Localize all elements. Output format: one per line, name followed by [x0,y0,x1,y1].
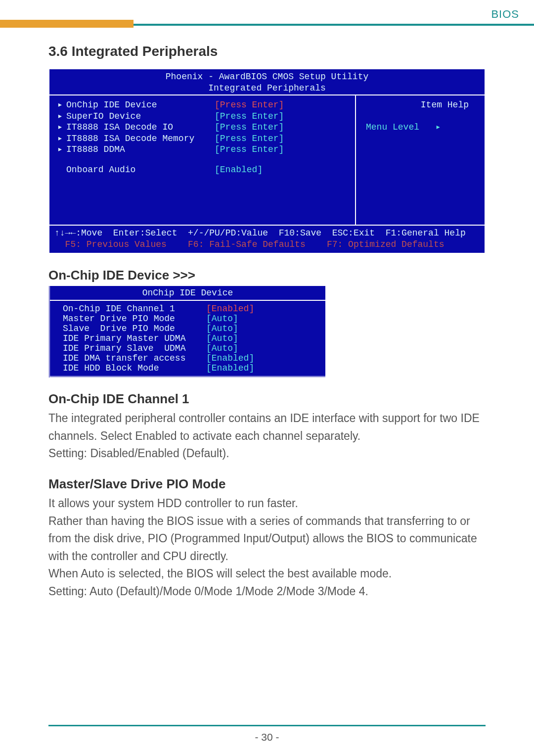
menu-level-row: Menu Level ▸ [362,122,479,133]
bios-footer-l1: ↑↓→←:Move Enter:Select +/-/PU/PD:Value F… [54,228,466,238]
menu-level-label: Menu Level [366,122,419,132]
submenu-arrow-icon: ▸ [57,122,66,133]
bios-menu-item-label: OnChip IDE Device [66,99,215,111]
item-help-label: Item Help [362,99,479,111]
bios-menu-item[interactable]: ▸IT8888 ISA Decode IO[Press Enter] [57,122,349,133]
bios-sub-item-label: IDE HDD Block Mode [63,363,206,373]
bios-sub-item-label: Slave Drive PIO Mode [63,324,206,333]
pio-p2: Rather than having the BIOS issue with a… [48,513,486,566]
bios-sub-item[interactable]: IDE Primary Slave UDMA[Auto] [63,343,320,353]
blank-arrow [57,164,66,176]
bios-main-title: Phoenix - AwardBIOS CMOS Setup Utility I… [49,69,485,94]
section-3-6-title: 3.6 Integrated Peripherals [48,44,486,59]
onboard-audio-label: Onboard Audio [66,164,215,176]
onchip-ide-ch1-heading: On-Chip IDE Channel 1 [48,391,486,407]
bios-sub-item-label: IDE Primary Slave UDMA [63,343,206,353]
bios-sub-item-label: IDE DMA transfer access [63,353,206,363]
bios-menu-item-label: IT8888 ISA Decode Memory [66,133,215,144]
bios-main-footer: ↑↓→←:Move Enter:Select +/-/PU/PD:Value F… [49,226,485,253]
bios-sub-item[interactable]: IDE Primary Master UDMA[Auto] [63,333,320,343]
page-content: 3.6 Integrated Peripherals Phoenix - Awa… [0,28,534,601]
submenu-arrow-icon: ▸ [57,99,66,111]
submenu-arrow-icon: ▸ [57,111,66,122]
bios-title-l1: Phoenix - AwardBIOS CMOS Setup Utility [166,72,368,82]
bios-menu-item-label: SuperIO Device [66,111,215,122]
bios-footer-l2: F5: Previous Values F6: Fail-Safe Defaul… [54,239,445,249]
onboard-audio-value: [Enabled] [215,164,263,176]
page-header: BIOS [0,0,534,28]
bios-menu-item-value: [Press Enter] [215,99,284,111]
bios-sub-item[interactable]: On-Chip IDE Channel 1[Enabled] [63,304,320,314]
bios-main-body: ▸OnChip IDE Device[Press Enter]▸SuperIO … [49,94,485,226]
bios-main-screen: Phoenix - AwardBIOS CMOS Setup Utility I… [48,68,486,254]
submenu-arrow-icon: ▸ [57,144,66,155]
bios-sub-item-label: Master Drive PIO Mode [63,314,206,324]
bios-menu-item[interactable]: ▸OnChip IDE Device[Press Enter] [57,99,349,111]
bios-sub-item-value: [Enabled] [206,304,254,314]
bios-sub-item[interactable]: IDE HDD Block Mode[Enabled] [63,363,320,373]
bios-menu-item-value: [Press Enter] [215,111,284,122]
bios-sub-item-label: On-Chip IDE Channel 1 [63,304,206,314]
bios-sub-item-value: [Auto] [206,333,238,343]
bios-menu-item-value: [Press Enter] [215,122,284,133]
pio-p4: Setting: Auto (Default)/Mode 0/Mode 1/Mo… [48,583,486,601]
page-number: - 30 - [255,731,279,743]
bios-sub-item[interactable]: Master Drive PIO Mode[Auto] [63,314,320,324]
menu-level-arrow-icon: ▸ [436,122,441,133]
bios-sub-item-value: [Auto] [206,324,238,333]
bios-sub-item[interactable]: Slave Drive PIO Mode[Auto] [63,324,320,333]
submenu-arrow-icon: ▸ [57,133,66,144]
header-section-label: BIOS [491,8,519,21]
pio-p1: It allows your system HDD controller to … [48,495,486,513]
bios-menu-item[interactable]: ▸SuperIO Device[Press Enter] [57,111,349,122]
header-accent-teal [134,24,534,26]
pio-p3: When Auto is selected, the BIOS will sel… [48,565,486,583]
bios-sub-item-value: [Auto] [206,343,238,353]
bios-sub-item-value: [Enabled] [206,353,254,363]
bios-menu-item-label: IT8888 ISA Decode IO [66,122,215,133]
bios-onboard-audio-row[interactable]: Onboard Audio [Enabled] [57,164,349,176]
bios-menu-item-label: IT8888 DDMA [66,144,215,155]
bios-menu-item-value: [Press Enter] [215,144,284,155]
bios-sub-body: On-Chip IDE Channel 1[Enabled]Master Dri… [50,301,325,378]
bios-main-left-pane: ▸OnChip IDE Device[Press Enter]▸SuperIO … [49,95,356,225]
onchip-ide-device-heading: On-Chip IDE Device >>> [48,268,486,283]
header-accent-orange [0,20,134,28]
onchip-ide-ch1-p1: The integrated peripheral controller con… [48,410,486,445]
bios-onchip-ide-subscreen: OnChip IDE Device On-Chip IDE Channel 1[… [48,286,325,378]
bios-sub-item[interactable]: IDE DMA transfer access[Enabled] [63,353,320,363]
pio-heading: Master/Slave Drive PIO Mode [48,476,486,492]
bios-menu-item-value: [Press Enter] [215,133,284,144]
bios-title-l2: Integrated Peripherals [208,83,326,93]
bios-sub-item-value: [Auto] [206,314,238,324]
bios-main-help-pane: Item Help Menu Level ▸ [356,95,485,225]
page-footer: - 30 - [48,725,486,743]
onchip-ide-ch1-p2: Setting: Disabled/Enabled (Default). [48,445,486,463]
bios-sub-title: OnChip IDE Device [50,286,325,301]
bios-menu-item[interactable]: ▸IT8888 DDMA[Press Enter] [57,144,349,155]
bios-menu-item[interactable]: ▸IT8888 ISA Decode Memory[Press Enter] [57,133,349,144]
bios-sub-item-value: [Enabled] [206,363,254,373]
bios-sub-item-label: IDE Primary Master UDMA [63,333,206,343]
